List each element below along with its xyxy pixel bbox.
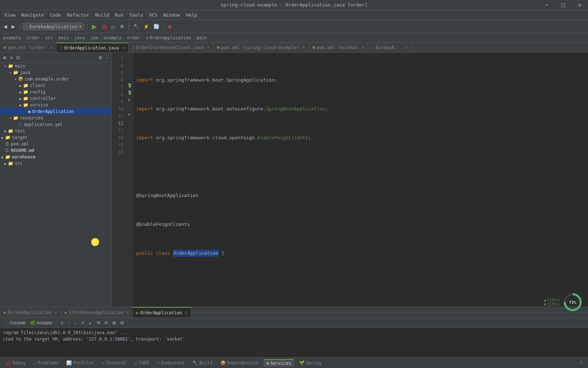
tab-pom-eureka[interactable]: m pom.xml (eureka) ✕	[309, 43, 368, 52]
tab-eurekapp[interactable]: ☕ EurekaA... ✕	[368, 43, 412, 52]
folder-icon-main: 📁	[8, 63, 13, 69]
sidebar-btn-close[interactable]: −	[104, 54, 110, 61]
tree-item-config[interactable]: ▶ 📁 config	[0, 89, 111, 95]
console-tab-console[interactable]: ⬛ Console	[1, 320, 27, 326]
console-btn-up[interactable]: ↑	[66, 320, 72, 326]
code-editor[interactable]: import org.springframework.boot.SpringAp…	[133, 53, 588, 307]
menu-build[interactable]: Build	[92, 12, 112, 18]
maximize-button[interactable]: □	[555, 0, 571, 10]
run-tab-eurekapp[interactable]: ▶ EurekaApplication ✕	[0, 307, 61, 317]
tree-item-pomxml[interactable]: ▶ 🗋 pom.xml	[0, 141, 111, 147]
update-button[interactable]: 🔄	[152, 23, 161, 30]
build-button[interactable]: 🔨	[132, 23, 141, 30]
menu-run[interactable]: Run	[112, 12, 126, 18]
close-button[interactable]: ✕	[571, 0, 588, 10]
console-btn-minus[interactable]: ⊟	[119, 320, 126, 326]
run-config-dropdown[interactable]: ☕ EurekaApplication ▾	[23, 23, 84, 30]
stop-button[interactable]: ■	[167, 23, 173, 30]
breadcrumb-src[interactable]: src	[45, 35, 53, 40]
breadcrumb-main-method[interactable]: main	[197, 35, 207, 40]
breadcrumb-orderapplication[interactable]: ◈ OrderApplication	[146, 35, 191, 40]
menu-code[interactable]: Code	[47, 12, 64, 18]
status-tab-debug[interactable]: 🐞 Debug	[3, 359, 28, 367]
tree-item-comexampleorder[interactable]: ▾ 📦 com.example.order	[0, 76, 111, 82]
tab-close-pom-eureka[interactable]: ✕	[362, 45, 364, 50]
menu-window[interactable]: Window	[160, 12, 183, 18]
tree-item-target[interactable]: ▶ 📁 target	[0, 134, 111, 141]
status-tab-endpoints[interactable]: ⚡ Endpoints	[154, 359, 187, 367]
console-btn-table[interactable]: ⊞	[111, 320, 118, 326]
project-tree: ▾ 📁 main ▾ 📁 java ▾ 📦 com.example.order …	[0, 63, 111, 307]
tree-item-src[interactable]: ▶ 📁 src	[0, 160, 111, 167]
console-btn-4[interactable]: ↙	[87, 320, 94, 326]
tree-item-controller[interactable]: ▶ 📁 controller	[0, 95, 111, 102]
run-tab-close-orderapp[interactable]: ✕	[185, 310, 187, 315]
status-tab-build[interactable]: 🔨 Build	[190, 359, 215, 367]
code-container[interactable]: 3 4 5 6 7 8 9 10 11 12 13 14 15 16	[112, 53, 588, 307]
tree-label-applicationyml: application.yml	[24, 122, 63, 127]
status-tab-profiler[interactable]: 📊 Profiler	[63, 359, 97, 367]
tab-close-orderstorehouseclient[interactable]: ✕	[207, 45, 210, 50]
status-tab-services[interactable]: ⚙ Services	[263, 359, 294, 367]
menu-view[interactable]: View	[1, 12, 18, 18]
tab-orderstorehouseclient[interactable]: J OrderStorehouseClient.java ✕	[129, 43, 214, 52]
menu-help[interactable]: Help	[183, 12, 200, 18]
status-tab-terminal[interactable]: ▸ Terminal	[99, 359, 130, 367]
run-tab-storehouseapp[interactable]: ▶ StorehouseApplication ✕	[61, 307, 133, 317]
console-btn-down[interactable]: ↓	[72, 320, 78, 326]
console-output[interactable]: rogram Files\Java\jdk1.8.0_201\bin\java.…	[0, 328, 588, 357]
run-button[interactable]: ▶	[90, 22, 98, 31]
tree-item-warehouse[interactable]: ▶ 📁 warehouse	[0, 154, 111, 160]
run-config2-button[interactable]: ⚙	[119, 23, 126, 30]
console-btn-3[interactable]: ↗	[79, 320, 86, 326]
coverage-button[interactable]: ▷	[110, 23, 117, 30]
tab-close-pom-order[interactable]: ✕	[50, 45, 53, 50]
tab-close-eurekapp[interactable]: ✕	[405, 45, 407, 50]
sidebar-btn-collapse[interactable]: ⊟	[15, 54, 21, 61]
status-tab-spring[interactable]: 🌱 Spring	[296, 359, 324, 367]
tab-pom-order[interactable]: m pom.xml (order) ✕	[0, 43, 57, 52]
tab-close-pom-springcloud[interactable]: ✕	[303, 45, 305, 50]
tree-item-readme[interactable]: ▶ 🗋 README.md	[0, 147, 111, 154]
run-tab-close-storehouseapp[interactable]: ✕	[126, 310, 129, 315]
tree-item-java[interactable]: ▾ 📁 java	[0, 69, 111, 76]
menu-tools[interactable]: Tools	[126, 12, 146, 18]
sidebar-btn-settings[interactable]: ⚙	[97, 54, 104, 61]
run-tab-close-eurekapp[interactable]: ✕	[55, 310, 57, 315]
build2-button[interactable]: ⚡	[142, 23, 151, 30]
tree-item-main[interactable]: ▾ 📁 main	[0, 63, 111, 69]
breadcrumb-com[interactable]: com	[90, 35, 98, 40]
breadcrumb-example2[interactable]: example	[103, 35, 122, 40]
tab-close-orderapplication[interactable]: ✕	[122, 45, 125, 50]
console-btn-5[interactable]: ⟲	[95, 320, 102, 326]
breadcrumb-example[interactable]: example	[3, 35, 21, 40]
tab-pom-springcloud[interactable]: m pom.xml (spring-cloud-example) ✕	[214, 43, 309, 52]
tree-item-client[interactable]: ▶ 📁 client	[0, 82, 111, 89]
menu-vcs[interactable]: VCS	[146, 12, 160, 18]
breadcrumb-order[interactable]: order	[27, 35, 40, 40]
minimize-button[interactable]: −	[538, 0, 555, 10]
status-tab-problems[interactable]: ⚠ Problems	[31, 359, 61, 367]
tree-item-orderapplication[interactable]: ▶ ◉ OrderApplication	[0, 108, 111, 115]
tree-item-test[interactable]: ▶ 📁 test	[0, 128, 111, 134]
console-tab-actuator[interactable]: 🌿 Actuator	[28, 320, 54, 326]
sidebar-btn-expand[interactable]: ≡	[9, 54, 14, 61]
breadcrumb-order2[interactable]: order	[127, 35, 140, 40]
tree-item-applicationyml[interactable]: ▶ 🗋 application.yml	[0, 121, 111, 128]
tree-item-service[interactable]: ▶ 📁 service	[0, 102, 111, 108]
status-tab-dependencies[interactable]: 📦 Dependencies	[218, 359, 262, 367]
breadcrumb-main[interactable]: main	[58, 35, 69, 40]
console-btn-6[interactable]: ⟳	[103, 320, 110, 326]
run-tab-orderapp[interactable]: ▶ OrderApplication ✕	[133, 307, 191, 317]
menu-navigate[interactable]: Navigate	[18, 12, 47, 18]
tab-orderapplication-java[interactable]: J OrderApplication.java ✕	[57, 43, 129, 52]
breadcrumb-java[interactable]: java	[74, 35, 85, 40]
tree-item-resources[interactable]: ▾ 📁 resources	[0, 115, 111, 121]
console-btn-1[interactable]: ≡	[59, 320, 65, 326]
forward-button[interactable]: ▶	[10, 23, 17, 30]
sidebar-btn-locate[interactable]: ⊕	[1, 54, 8, 61]
menu-refactor[interactable]: Refactor	[64, 12, 92, 18]
debug-button[interactable]: 🐞	[100, 23, 109, 30]
status-tab-todo[interactable]: ☑ TODO	[132, 359, 152, 367]
back-button[interactable]: ◀	[2, 23, 9, 30]
